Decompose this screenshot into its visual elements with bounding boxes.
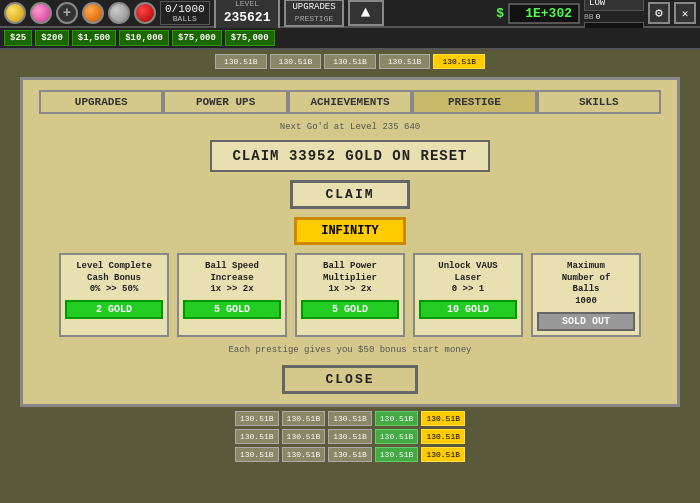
- level-label: LEVEL: [224, 0, 271, 10]
- balls-fraction: 0/1000: [165, 3, 205, 15]
- upgrades-label: UPGRADES: [292, 2, 335, 14]
- bb-value: 0: [596, 12, 601, 21]
- money-chip-4[interactable]: $75,000: [172, 30, 222, 46]
- tab-prestige[interactable]: PRESTIGE: [412, 90, 536, 114]
- bottom-chip-r2-3[interactable]: 130.51B: [375, 429, 419, 444]
- tab-row-top: 130.51B 130.51B 130.51B 130.51B 130.51B: [215, 54, 485, 69]
- money-chip-5[interactable]: $75,000: [225, 30, 275, 46]
- expand-button[interactable]: ✕: [674, 2, 696, 24]
- prestige-note: Each prestige gives you $50 bonus start …: [228, 345, 471, 355]
- bottom-chip-r3-3[interactable]: 130.51B: [375, 447, 419, 462]
- upgrade-card-cost-4[interactable]: SOLD OUT: [537, 312, 635, 331]
- claim-button[interactable]: CLAIM: [290, 180, 409, 209]
- tab-powerups[interactable]: POWER UPS: [163, 90, 287, 114]
- upgrade-cards-row: Level CompleteCash Bonus0% >> 50% 2 GOLD…: [39, 253, 661, 337]
- bottom-chip-r3-2[interactable]: 130.51B: [328, 447, 372, 462]
- arrow-up-btn[interactable]: ▲: [348, 0, 384, 26]
- bottom-chip-r2-0[interactable]: 130.51B: [235, 429, 279, 444]
- bottom-chip-r1-2[interactable]: 130.51B: [328, 411, 372, 426]
- ball-slot-yellow[interactable]: [4, 2, 26, 24]
- tab-chip-3[interactable]: 130.51B: [379, 54, 431, 69]
- balls-label: BALLS: [173, 15, 197, 24]
- tab-upgrades[interactable]: UPGRADES: [39, 90, 163, 114]
- upgrade-card-title-2: Ball PowerMultiplier1x >> 2x: [323, 261, 377, 296]
- money-chip-0[interactable]: $25: [4, 30, 32, 46]
- upgrade-card-title-3: Unlock VAUSLaser0 >> 1: [438, 261, 497, 296]
- upgrade-card-cost-0[interactable]: 2 GOLD: [65, 300, 163, 319]
- bottom-chip-r1-4[interactable]: 130.51B: [421, 411, 465, 426]
- level-value: 235621: [224, 10, 271, 27]
- money-chip-2[interactable]: $1,500: [72, 30, 116, 46]
- upgrade-card-cost-3[interactable]: 10 GOLD: [419, 300, 517, 319]
- bottom-chip-r3-4[interactable]: 130.51B: [421, 447, 465, 462]
- bb-label: BB: [584, 12, 594, 21]
- upgrade-card-cost-2[interactable]: 5 GOLD: [301, 300, 399, 319]
- prestige-panel: UPGRADES POWER UPS ACHIEVEMENTS PRESTIGE…: [20, 77, 680, 407]
- upgrade-card-1: Ball SpeedIncrease1x >> 2x 5 GOLD: [177, 253, 287, 337]
- infinity-button[interactable]: INFINITY: [294, 217, 406, 245]
- bottom-chip-r2-2[interactable]: 130.51B: [328, 429, 372, 444]
- bottom-tab-row-1: 130.51B 130.51B 130.51B 130.51B 130.51B: [235, 411, 465, 426]
- ball-slot-gray[interactable]: [108, 2, 130, 24]
- tab-skills[interactable]: SKILLS: [537, 90, 661, 114]
- tab-chip-2[interactable]: 130.51B: [324, 54, 376, 69]
- money-chip-1[interactable]: $200: [35, 30, 69, 46]
- upgrade-card-title-0: Level CompleteCash Bonus0% >> 50%: [76, 261, 152, 296]
- bottom-chip-r1-0[interactable]: 130.51B: [235, 411, 279, 426]
- upgrade-card-2: Ball PowerMultiplier1x >> 2x 5 GOLD: [295, 253, 405, 337]
- ball-slot-orange[interactable]: [82, 2, 104, 24]
- money-chips-row: $25 $200 $1,500 $10,000 $75,000 $75,000: [0, 28, 700, 50]
- money-area: $ 1E+302 LOW BB 0 ⚙ ✕: [496, 0, 696, 32]
- bottom-chip-r1-3[interactable]: 130.51B: [375, 411, 419, 426]
- upgrade-card-title-4: MaximumNumber ofBalls1000: [562, 261, 611, 308]
- balls-counter: 0/1000 BALLS: [160, 1, 210, 26]
- content-body: 130.51B 130.51B 130.51B 130.51B 130.51B …: [0, 50, 700, 503]
- bottom-chip-r1-1[interactable]: 130.51B: [282, 411, 326, 426]
- bottom-chip-r3-1[interactable]: 130.51B: [282, 447, 326, 462]
- tab-chip-1[interactable]: 130.51B: [270, 54, 322, 69]
- ball-slot-pink[interactable]: [30, 2, 52, 24]
- claim-display: CLAIM 33952 GOLD ON RESET: [210, 140, 489, 172]
- top-bar: + 0/1000 BALLS LEVEL 235621 UPGRADES PRE…: [0, 0, 700, 28]
- close-button[interactable]: CLOSE: [282, 365, 417, 394]
- prestige-label: PRESTIGE: [292, 14, 335, 24]
- upgrade-card-cost-1[interactable]: 5 GOLD: [183, 300, 281, 319]
- ball-slot-red[interactable]: [134, 2, 156, 24]
- bottom-chip-r2-4[interactable]: 130.51B: [421, 429, 465, 444]
- bottom-tab-row-3: 130.51B 130.51B 130.51B 130.51B 130.51B: [235, 447, 465, 462]
- settings-button[interactable]: ⚙: [648, 2, 670, 24]
- inner-tabs: UPGRADES POWER UPS ACHIEVEMENTS PRESTIGE…: [39, 90, 661, 114]
- money-chip-3[interactable]: $10,000: [119, 30, 169, 46]
- tab-chip-4[interactable]: 130.51B: [433, 54, 485, 69]
- tab-chip-0[interactable]: 130.51B: [215, 54, 267, 69]
- upgrade-card-4: MaximumNumber ofBalls1000 SOLD OUT: [531, 253, 641, 337]
- upgrade-card-3: Unlock VAUSLaser0 >> 1 10 GOLD: [413, 253, 523, 337]
- bottom-tab-row-2: 130.51B 130.51B 130.51B 130.51B 130.51B: [235, 429, 465, 444]
- bottom-chip-r3-0[interactable]: 130.51B: [235, 447, 279, 462]
- dollar-sign-icon: $: [496, 6, 504, 21]
- bottom-grid-area: 130.51B 130.51B 130.51B 130.51B 130.51B …: [4, 411, 696, 462]
- upgrade-card-0: Level CompleteCash Bonus0% >> 50% 2 GOLD: [59, 253, 169, 337]
- level-box: LEVEL 235621: [214, 0, 281, 31]
- ball-slot-plus[interactable]: +: [56, 2, 78, 24]
- low-badge: LOW: [584, 0, 644, 11]
- bottom-chip-r2-1[interactable]: 130.51B: [282, 429, 326, 444]
- upgrades-prestige-btn[interactable]: UPGRADES PRESTIGE: [284, 0, 343, 27]
- upgrade-card-title-1: Ball SpeedIncrease1x >> 2x: [205, 261, 259, 296]
- tab-achievements[interactable]: ACHIEVEMENTS: [288, 90, 412, 114]
- money-display: 1E+302: [508, 3, 580, 24]
- gold-info: Next Go'd at Level 235 640: [280, 122, 420, 132]
